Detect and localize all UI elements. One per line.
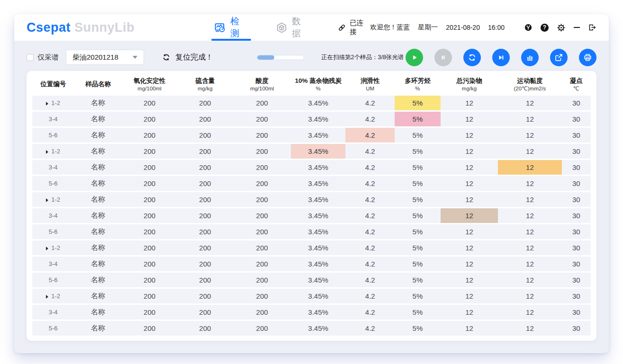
position-cell[interactable]: 1-2 (32, 289, 74, 303)
print-button[interactable] (579, 49, 596, 66)
data-cell: 名称 (74, 273, 122, 287)
start-button[interactable] (406, 49, 423, 66)
position-cell[interactable]: 3-4 (32, 112, 74, 126)
position-cell[interactable]: 1-2 (32, 192, 74, 207)
results-table: 位置编号样品名称氧化安定性mg/100ml硫含量mg/kg酸度mg/100ml1… (32, 72, 591, 337)
data-cell: 名称 (74, 321, 122, 336)
position-label: 5-6 (49, 325, 58, 332)
expand-caret-icon[interactable] (46, 247, 48, 250)
spectrum-only-option[interactable]: 仅采谱 (27, 53, 59, 62)
position-cell[interactable]: 5-6 (32, 273, 74, 287)
data-cell: 3.45% (291, 224, 346, 239)
data-cell: 5% (395, 257, 441, 271)
settings-gear-icon[interactable] (557, 23, 566, 32)
export-button[interactable] (550, 49, 568, 66)
wrench-circle-icon[interactable] (524, 23, 533, 32)
data-cell: 200 (177, 160, 233, 175)
data-cell: 200 (233, 289, 290, 303)
data-cell: 名称 (74, 224, 122, 239)
data-cell: 200 (233, 273, 290, 287)
data-cell: 200 (177, 273, 233, 287)
app-header: CsepatSunnyLib 检测 (14, 14, 609, 41)
data-cell: 200 (233, 224, 290, 239)
table-row[interactable]: 5-6名称2002002003.45%4.25%121230 (32, 321, 591, 336)
column-header: 多环芳烃% (395, 73, 441, 94)
position-cell[interactable]: 5-6 (32, 224, 74, 239)
expand-caret-icon[interactable] (46, 295, 48, 299)
position-cell[interactable]: 3-4 (32, 208, 74, 223)
position-cell[interactable]: 5-6 (32, 176, 74, 191)
data-cell: 200 (233, 208, 290, 223)
position-cell[interactable]: 3-4 (32, 305, 74, 320)
position-cell[interactable]: 1-2 (32, 144, 74, 159)
data-cell: 200 (177, 240, 233, 255)
reset-button[interactable]: 复位完成！ (162, 53, 213, 62)
expand-caret-icon[interactable] (46, 102, 48, 106)
position-label: 1-2 (51, 148, 60, 155)
position-cell[interactable]: 3-4 (32, 160, 74, 175)
data-cell: 名称 (74, 144, 122, 159)
table-row[interactable]: 1-2名称2002002003.45%4.25%121230 (32, 289, 591, 303)
data-cell: 3.45% (291, 176, 346, 191)
data-cell: 200 (122, 289, 177, 303)
column-header: 运动黏度(20℃)mm2/s (498, 73, 561, 94)
column-header: 润滑性UM (345, 73, 395, 94)
data-cell: 200 (233, 144, 290, 159)
position-cell[interactable]: 5-6 (32, 128, 74, 142)
highlighted-data-cell: 12 (441, 208, 498, 223)
table-row[interactable]: 3-4名称2002002003.45%4.25%121230 (32, 112, 591, 126)
position-label: 1-2 (51, 293, 60, 300)
tab-data[interactable]: 数据 (276, 14, 310, 41)
table-row[interactable]: 1-2名称2002002003.45%4.25%121230 (32, 96, 591, 110)
tab-detection[interactable]: 检测 (214, 14, 248, 41)
data-cell: 3.45% (291, 257, 346, 271)
data-cell: 5% (395, 192, 441, 207)
help-icon[interactable]: ? (541, 24, 549, 32)
table-row[interactable]: 1-2名称2002002003.45%4.25%121230 (32, 144, 591, 159)
position-label: 3-4 (49, 164, 58, 171)
position-cell[interactable]: 1-2 (32, 96, 74, 110)
data-cell: 4.2 (345, 273, 395, 287)
expand-caret-icon[interactable] (46, 198, 48, 202)
minimize-icon[interactable] (574, 27, 580, 28)
spectrum-only-checkbox[interactable] (27, 54, 34, 61)
table-row[interactable]: 3-4名称2002002003.45%4.25%121230 (32, 305, 591, 320)
table-row[interactable]: 3-4名称2002002003.45%4.25%121230 (32, 257, 591, 271)
position-cell[interactable]: 3-4 (32, 257, 74, 271)
data-cell: 200 (122, 192, 177, 207)
expand-caret-icon[interactable] (46, 150, 48, 154)
data-cell: 5% (395, 176, 441, 191)
data-cell: 12 (441, 192, 498, 207)
logout-icon[interactable] (588, 23, 596, 32)
sync-button[interactable] (463, 49, 481, 66)
table-row[interactable]: 5-6名称2002002003.45%4.25%121230 (32, 224, 591, 239)
export-icon (554, 53, 564, 62)
data-cell: 200 (122, 305, 177, 320)
table-row[interactable]: 5-6名称2002002003.45%4.25%121230 (32, 273, 591, 287)
position-cell[interactable]: 5-6 (32, 321, 74, 336)
sample-select[interactable]: 柴油20201218 (66, 50, 144, 65)
table-row[interactable]: 3-4名称2002002003.45%4.25%121230 (32, 208, 591, 223)
skip-next-button[interactable] (492, 49, 510, 66)
pause-button[interactable] (434, 49, 452, 66)
highlighted-data-cell: 12 (498, 160, 561, 175)
table-row[interactable]: 1-2名称2002002003.45%4.25%121230 (32, 240, 591, 255)
table-row[interactable]: 5-6名称2002002003.45%4.25%121230 (32, 128, 591, 142)
sync-icon (467, 53, 477, 62)
data-cell: 30 (562, 305, 591, 320)
scan-status-text: 正在扫描第2个样品：3/8张光谱 (321, 53, 404, 62)
position-cell[interactable]: 1-2 (32, 240, 74, 255)
table-row[interactable]: 3-4名称2002002003.45%4.25%121230 (32, 160, 591, 175)
data-cell: 200 (233, 176, 290, 191)
chart-button[interactable] (521, 49, 539, 66)
table-row[interactable]: 5-6名称2002002003.45%4.25%121230 (32, 176, 591, 191)
data-cell: 30 (562, 112, 591, 126)
connection-status: 已连接 (337, 18, 370, 36)
data-cell: 200 (177, 192, 233, 207)
data-cell: 200 (177, 112, 233, 126)
data-cell: 12 (498, 273, 561, 287)
data-cell: 4.2 (345, 160, 395, 175)
table-row[interactable]: 1-2名称2002002003.45%4.25%121230 (32, 192, 591, 207)
main-tabs: 检测 数据 (214, 14, 310, 41)
data-cell: 3.45% (291, 321, 346, 336)
